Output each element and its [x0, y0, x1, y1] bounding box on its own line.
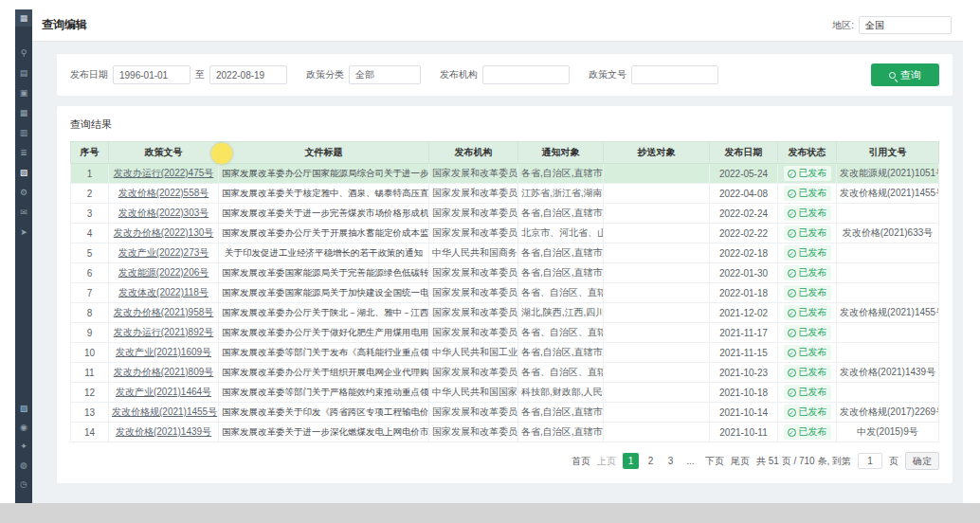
check-circle-icon: ✓	[788, 170, 796, 178]
doc-number-link[interactable]: 发改产业(2021)1609号	[109, 343, 219, 363]
doc-title: 国家发展改革委关于核定雅中、酒泉、锡泰特高压直流工程输	[219, 184, 429, 204]
main-area: 查询编辑 地区: 全国 发布日期 1996-01-01 至 2022-08-19…	[32, 9, 963, 503]
check-circle-icon: ✓	[788, 428, 796, 437]
table-row[interactable]: 9发改办运行(2021)892号国家发展改革委办公厅关于做好化肥生产用煤用电用气…	[71, 323, 939, 343]
calendar-icon[interactable]: ▦	[18, 107, 29, 118]
filter-bar: 发布日期 1996-01-01 至 2022-08-19 政策分类 全部 发布机…	[57, 54, 953, 96]
doc-number-link[interactable]: 发改体改(2022)118号	[109, 283, 219, 303]
sidebar-bottom-icons: ▨◉✦◍◷	[18, 403, 29, 490]
doc-number-link[interactable]: 发改能源(2022)206号	[109, 263, 219, 283]
doc-number-link[interactable]: 发改办运行(2022)475号	[109, 164, 219, 184]
row-number: 12	[71, 383, 109, 403]
cc-target	[604, 224, 710, 243]
doc-title: 国家发展改革委国家能源局关于完善能源绿色低碳转型体制机	[219, 263, 429, 283]
notify-target: 北京市、河北省、山西	[518, 224, 604, 243]
pin-icon[interactable]: ➤	[18, 226, 29, 238]
table-row[interactable]: 8发改办价格(2021)958号国家发展改革委办公厅关于陕北－湖北、雅中－江西特…	[71, 303, 939, 323]
publish-date: 2022-01-18	[710, 283, 778, 303]
region-input[interactable]: 全国	[859, 16, 952, 34]
date-to-input[interactable]: 2022-08-19	[209, 65, 287, 84]
date-from-input[interactable]: 1996-01-01	[113, 65, 191, 84]
check-circle-icon: ✓	[788, 229, 796, 238]
check-circle-icon: ✓	[788, 189, 796, 198]
document-icon[interactable]: ≣	[18, 147, 29, 158]
page-jump-input[interactable]: 1	[858, 453, 882, 469]
publish-status: ✓已发布	[778, 164, 837, 184]
notify-target: 各省,自治区,直辖市,新疆生	[518, 164, 604, 184]
cc-target	[604, 403, 710, 423]
first-page-button[interactable]: 首页	[572, 455, 590, 468]
row-number: 13	[71, 403, 109, 423]
doc-number-link[interactable]: 发改办价格(2021)958号	[109, 303, 219, 323]
results-panel: 查询结果 序号政策文号文件标题发布机构通知对象抄送对象发布日期发布状态引用文号 …	[57, 106, 953, 483]
doc-number-link[interactable]: 发改价格(2022)558号	[109, 184, 219, 204]
table-row[interactable]: 12发改产业(2021)1464号国家发展改革委等部门关于严格能效约束推动重点领…	[71, 383, 939, 403]
doc-title: 国家发展改革委等部门关于严格能效约束推动重点领域节能降	[219, 383, 429, 403]
image-icon[interactable]: ▣	[18, 87, 29, 99]
column-header: 序号	[71, 142, 109, 164]
search-button-label: 查询	[900, 68, 921, 82]
search-icon[interactable]: ⚲	[18, 47, 29, 59]
publish-date: 2021-10-23	[710, 363, 778, 383]
doc-number-link[interactable]: 发改办价格(2021)809号	[109, 363, 219, 383]
search-button[interactable]: 查询	[871, 63, 939, 86]
table-row[interactable]: 2发改价格(2022)558号国家发展改革委关于核定雅中、酒泉、锡泰特高压直流工…	[71, 184, 939, 204]
doc-number-link[interactable]: 发改价格(2021)1439号	[109, 423, 219, 442]
check-circle-icon: ✓	[788, 369, 796, 377]
table-row[interactable]: 3发改价格(2022)303号国家发展改革委关于进一步完善煤炭市场价格形成机制的…	[71, 204, 939, 224]
page-number[interactable]: 2	[643, 453, 659, 469]
folder-icon[interactable]: ▧	[18, 167, 29, 178]
doc-number-link[interactable]: 发改办运行(2021)892号	[109, 323, 219, 343]
doc-title: 国家发展改革委办公厅关于组织开展电网企业代理购电工作有	[219, 363, 429, 383]
confirm-button[interactable]: 确定	[905, 452, 939, 470]
doc-number-link[interactable]: 发改价格规(2021)1455号	[109, 403, 219, 423]
page-number[interactable]: 3	[662, 453, 679, 469]
chart-icon[interactable]: ▤	[18, 67, 29, 79]
doc-number-link[interactable]: 发改产业(2022)273号	[109, 243, 219, 263]
doc-number-input[interactable]	[631, 65, 718, 84]
table-row[interactable]: 6发改能源(2022)206号国家发展改革委国家能源局关于完善能源绿色低碳转型体…	[71, 263, 939, 283]
policy-category-label: 政策分类	[306, 68, 344, 81]
table-row[interactable]: 1发改办运行(2022)475号国家发展改革委办公厅国家能源局综合司关于进一步推…	[71, 164, 939, 184]
page-number-list: 123...	[623, 453, 699, 469]
table-row[interactable]: 13发改价格规(2021)1455号国家发展改革委关于印发《跨省跨区专项工程输电…	[71, 403, 939, 423]
publish-status: ✓已发布	[778, 343, 837, 363]
table-row[interactable]: 5发改产业(2022)273号关于印发促进工业经济平稳增长的若干政策的通知中华人…	[71, 243, 939, 263]
cited-doc: 中发(2015)9号	[837, 423, 939, 442]
app-logo-icon[interactable]: ▦	[15, 9, 32, 27]
bell-icon[interactable]: ◍	[18, 460, 29, 471]
photo-icon[interactable]: ▨	[18, 403, 29, 414]
power-icon[interactable]: ◉	[18, 422, 29, 433]
cc-target	[604, 243, 710, 263]
star-icon[interactable]: ✦	[18, 441, 29, 452]
content-area: 发布日期 1996-01-01 至 2022-08-19 政策分类 全部 发布机…	[32, 42, 963, 503]
gear-icon[interactable]: ⚙	[18, 187, 29, 198]
clock-icon[interactable]: ◷	[18, 478, 29, 490]
row-number: 8	[71, 303, 109, 323]
last-page-button[interactable]: 尾页	[731, 455, 750, 468]
row-number: 10	[71, 343, 109, 363]
notebook-icon[interactable]: ▥	[18, 127, 29, 138]
table-row[interactable]: 14发改价格(2021)1439号国家发展改革委关于进一步深化燃煤发电上网电价市…	[71, 423, 939, 442]
next-page-button[interactable]: 下页	[705, 455, 724, 468]
table-row[interactable]: 7发改体改(2022)118号国家发展改革委国家能源局关于加快建设全国统一电力市…	[71, 283, 939, 303]
publish-date: 2021-10-11	[710, 423, 778, 442]
page-number[interactable]: 1	[623, 453, 639, 469]
sidebar: ▦ ⚲▤▣▦▥≣▧⚙✉➤ ▨◉✦◍◷	[15, 9, 32, 503]
table-row[interactable]: 4发改办价格(2022)130号国家发展改革委办公厅关于开展抽水蓄能定价成本监审…	[71, 224, 939, 243]
doc-number-link[interactable]: 发改办价格(2022)130号	[109, 224, 219, 243]
doc-number-link[interactable]: 发改产业(2021)1464号	[109, 383, 219, 403]
policy-category-select[interactable]: 全部	[349, 65, 421, 84]
publish-date-label: 发布日期	[70, 68, 108, 81]
cited-doc: 发改价格(2021)633号	[837, 224, 939, 243]
table-row[interactable]: 11发改办价格(2021)809号国家发展改革委办公厅关于组织开展电网企业代理购…	[71, 363, 939, 383]
agency-input[interactable]	[482, 65, 570, 84]
prev-page-button[interactable]: 上页	[597, 455, 616, 468]
chat-icon[interactable]: ✉	[18, 207, 29, 218]
doc-number-link[interactable]: 发改价格(2022)303号	[109, 204, 219, 224]
publish-status: ✓已发布	[778, 184, 837, 204]
table-row[interactable]: 10发改产业(2021)1609号国家发展改革委等部门关于发布《高耗能行业重点领…	[71, 343, 939, 363]
publish-status: ✓已发布	[778, 224, 837, 243]
notify-target: 各省,自治区,直辖市及计划	[518, 343, 604, 363]
cc-target	[604, 164, 710, 184]
